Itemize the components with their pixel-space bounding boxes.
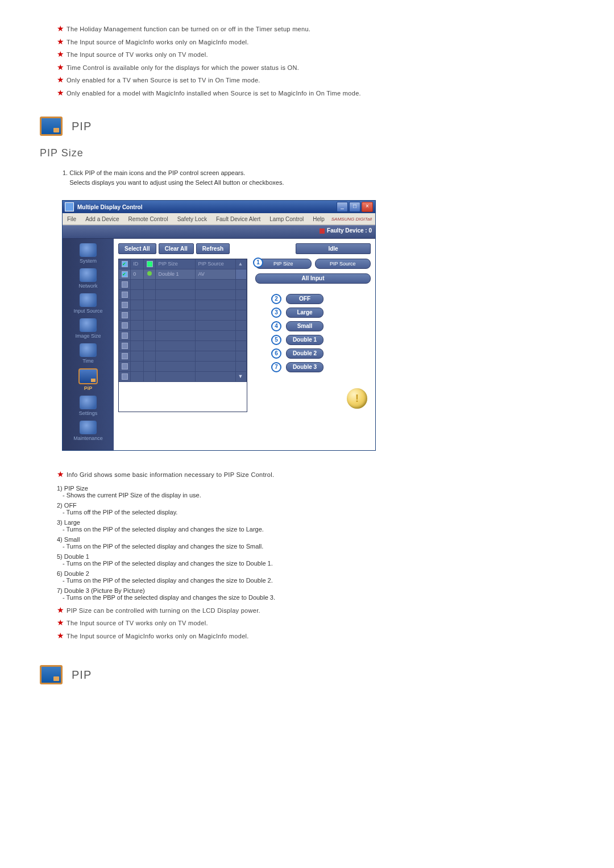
sidebar-item-maintenance[interactable]: Maintenance <box>63 421 114 441</box>
info-grid: ID PIP Size PIP Source ▲ 0 Double 1 AV <box>118 259 247 412</box>
star-icon: ★ <box>57 63 64 71</box>
callout-1: 1 <box>253 258 263 268</box>
menu-lamp[interactable]: Lamp Control <box>265 216 308 222</box>
note-text: The Input source of MagicInfo works only… <box>67 38 249 47</box>
item-desc: - Turns on the PIP of the selected displ… <box>63 560 443 567</box>
sidebar-item-image-size[interactable]: Image Size <box>63 318 114 339</box>
settings-icon <box>80 396 97 409</box>
sidebar-item-pip[interactable]: PiP <box>63 368 114 391</box>
minimize-button[interactable]: _ <box>337 202 348 212</box>
item-desc: - Turns on the PBP of the selected displ… <box>63 594 443 601</box>
menu-fault-alert[interactable]: Fault Device Alert <box>211 216 265 222</box>
header-id: ID <box>131 259 144 269</box>
header-checkbox[interactable] <box>119 259 131 269</box>
titlebar: Multiple Display Control _ □ × <box>63 201 375 213</box>
scroll-down-icon[interactable]: ▼ <box>236 372 247 382</box>
star-icon: ★ <box>57 606 64 614</box>
option-off[interactable]: OFF <box>286 294 323 304</box>
sidebar-item-network[interactable]: Network <box>63 268 114 289</box>
header-status <box>144 259 156 269</box>
sidebar-item-label: Input Source <box>63 308 114 314</box>
intro-line1: Click PIP of the main icons and the PIP … <box>69 169 245 176</box>
info-note: Info Grid shows some basic information n… <box>67 470 274 480</box>
menu-add-device[interactable]: Add a Device <box>81 216 123 222</box>
item-title: Double 1 <box>64 553 89 560</box>
item-title: OFF <box>64 502 77 509</box>
note-text: The Input source of TV works only on TV … <box>67 50 208 60</box>
status-bar: Faulty Device : 0 <box>63 225 375 239</box>
tab-pip-size[interactable]: PIP Size <box>255 259 312 269</box>
note-text: The Holiday Management function can be t… <box>67 24 310 34</box>
sidebar-item-label: Network <box>63 283 114 289</box>
system-icon <box>80 243 97 257</box>
sidebar-item-settings[interactable]: Settings <box>63 396 114 416</box>
star-icon: ★ <box>57 38 64 45</box>
note-text: The Input source of MagicInfo works only… <box>67 632 249 641</box>
row-id: 0 <box>131 269 144 280</box>
sidebar-item-label: Maintenance <box>63 435 114 441</box>
sidebar-item-time[interactable]: Time <box>63 343 114 364</box>
pip-icon <box>40 117 63 136</box>
callout-2: 2 <box>271 294 281 304</box>
right-panel: 1 PIP Size PIP Source All Input 2OFF 3La… <box>255 259 371 412</box>
brand-label: SAMSUNG DIGITall <box>331 217 375 222</box>
item-title: Small <box>64 536 80 543</box>
sidebar-item-label: Image Size <box>63 333 114 339</box>
item-title: Large <box>64 519 80 526</box>
item-number: 3) <box>57 519 63 526</box>
item-title: Double 2 <box>64 570 89 577</box>
sidebar-item-system[interactable]: System <box>63 243 114 264</box>
intro-text: 1. Click PIP of the main icons and the P… <box>63 168 443 187</box>
item-desc: - Turns on the PIP of the selected displ… <box>63 543 443 550</box>
note-text: Only enabled for a TV when Source is set… <box>67 76 260 85</box>
option-small[interactable]: Small <box>286 321 323 331</box>
header-pip-source: PIP Source <box>196 259 235 269</box>
menu-file[interactable]: File <box>63 216 81 222</box>
option-double3[interactable]: Double 3 <box>286 362 323 372</box>
pip-icon <box>40 665 63 684</box>
note-text: PIP Size can be controlled with turning … <box>67 606 260 616</box>
table-row[interactable]: 0 Double 1 AV <box>119 269 247 280</box>
menu-safety-lock[interactable]: Safety Lock <box>173 216 211 222</box>
refresh-button[interactable]: Refresh <box>196 243 230 254</box>
star-icon: ★ <box>57 24 64 32</box>
sidebar-item-input-source[interactable]: Input Source <box>63 293 114 314</box>
callout-5: 5 <box>271 335 281 345</box>
option-double2[interactable]: Double 2 <box>286 348 323 359</box>
sidebar-item-label: Settings <box>63 410 114 416</box>
row-pip-source: AV <box>196 269 235 280</box>
row-pip-size: Double 1 <box>156 269 196 280</box>
scroll-up-icon[interactable]: ▲ <box>236 259 247 269</box>
item-title: PIP Size <box>64 485 88 492</box>
item-title: Double 3 (Picture By Picture) <box>64 587 145 594</box>
all-input-button[interactable]: All Input <box>255 273 371 284</box>
callout-6: 6 <box>271 348 281 359</box>
note-text: Only enabled for a model with MagicInfo … <box>67 89 361 98</box>
option-double1[interactable]: Double 1 <box>286 335 323 345</box>
pip-icon <box>78 368 98 384</box>
item-desc: - Turns on the PIP of the selected displ… <box>63 526 443 533</box>
close-button[interactable]: × <box>362 202 373 212</box>
star-icon: ★ <box>57 632 64 639</box>
maximize-button[interactable]: □ <box>349 202 360 212</box>
row-checkbox[interactable] <box>119 269 131 280</box>
note-text: Time Control is available only for the d… <box>67 63 299 73</box>
option-large[interactable]: Large <box>286 308 323 318</box>
star-icon: ★ <box>57 618 64 626</box>
star-icon: ★ <box>57 76 64 84</box>
item-number: 1) <box>57 485 63 492</box>
menu-remote[interactable]: Remote Control <box>124 216 173 222</box>
sidebar-item-label: System <box>63 258 114 264</box>
item-number: 5) <box>57 553 63 560</box>
tab-pip-source[interactable]: PIP Source <box>315 259 371 269</box>
menubar: File Add a Device Remote Control Safety … <box>63 213 375 225</box>
clear-all-button[interactable]: Clear All <box>159 243 194 254</box>
window-title: Multiple Display Control <box>77 204 337 210</box>
top-notes-list: ★The Holiday Management function can be … <box>34 23 443 99</box>
select-all-button[interactable]: Select All <box>118 243 156 254</box>
app-window: Multiple Display Control _ □ × File Add … <box>63 201 375 450</box>
faulty-label: Faulty Device : 0 <box>327 227 372 234</box>
sidebar-item-label: PiP <box>63 385 114 391</box>
menu-help[interactable]: Help <box>308 216 329 222</box>
warning-lamp-icon: ! <box>347 388 367 409</box>
